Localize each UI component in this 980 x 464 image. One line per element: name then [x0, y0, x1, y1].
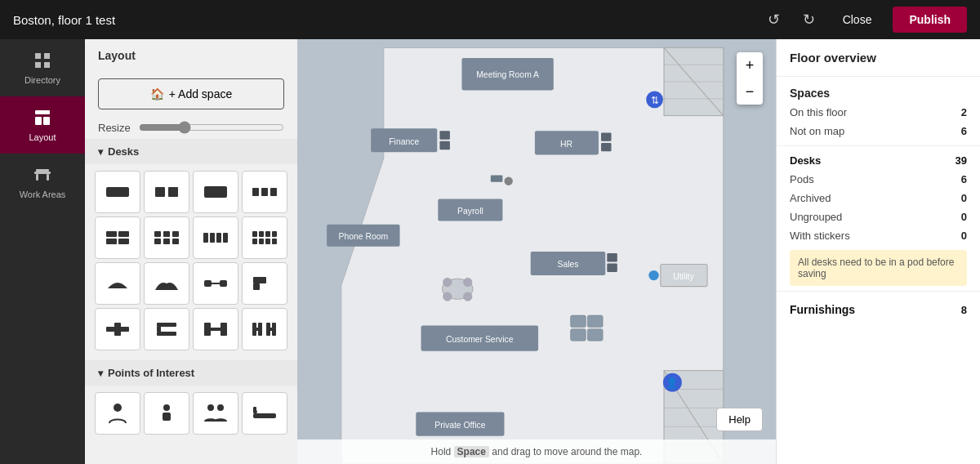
resize-label: Resize [98, 122, 131, 134]
ungrouped-val: 0 [961, 211, 967, 223]
desks-row: Desks 39 [777, 151, 980, 170]
desk-grid [85, 164, 297, 357]
svg-rect-56 [272, 323, 276, 336]
archived-label: Archived [790, 192, 831, 204]
desk-butterfly[interactable] [144, 262, 189, 305]
desk-double-gap[interactable] [144, 171, 189, 213]
desk-double-h[interactable] [242, 308, 287, 350]
svg-text:👤: 👤 [666, 377, 679, 390]
svg-rect-61 [163, 413, 171, 421]
ungrouped-label: Ungrouped [790, 211, 842, 223]
sidebar-item-layout[interactable]: Layout [0, 96, 85, 154]
svg-rect-12 [155, 187, 165, 197]
desk-back-to-back-4[interactable] [242, 216, 287, 259]
desk-three-gap[interactable] [242, 171, 287, 213]
svg-text:Private Office: Private Office [434, 421, 485, 430]
poi-bath[interactable] [242, 392, 287, 435]
add-space-button[interactable]: 🏠 + Add space [98, 78, 284, 109]
add-space-icon: 🏠 [150, 87, 164, 100]
desk-dumbbell[interactable] [193, 262, 238, 305]
desk-icon [33, 165, 52, 185]
svg-rect-13 [168, 187, 178, 197]
furnishings-label: Furnishings [790, 303, 855, 316]
pods-val: 6 [961, 173, 967, 185]
furnishings-val: 8 [961, 304, 967, 316]
svg-rect-44 [253, 283, 260, 290]
svg-rect-47 [157, 323, 176, 327]
resize-slider[interactable] [139, 121, 284, 134]
svg-rect-0 [35, 53, 41, 59]
svg-rect-96 [607, 253, 617, 261]
close-button[interactable]: Close [831, 8, 884, 31]
svg-rect-106 [587, 315, 603, 328]
svg-rect-30 [216, 233, 221, 243]
panel-title: Layout [85, 39, 297, 72]
sidebar-label-directory: Directory [24, 75, 60, 85]
svg-rect-33 [259, 231, 264, 237]
svg-rect-1 [44, 53, 50, 59]
svg-rect-40 [204, 280, 212, 287]
desk-cross[interactable] [95, 308, 140, 350]
desk-l-shape[interactable] [242, 262, 287, 305]
zoom-in-button[interactable]: + [737, 52, 763, 78]
map-container[interactable]: Meeting Room A Finance HR Payroll Phone … [297, 39, 776, 464]
points-of-interest-label: Points of Interest [108, 367, 194, 379]
svg-rect-85 [601, 132, 611, 141]
svg-rect-16 [261, 188, 268, 196]
svg-rect-39 [272, 239, 277, 244]
svg-rect-14 [204, 186, 227, 198]
poi-two-people[interactable] [193, 392, 238, 435]
desk-arc[interactable] [95, 262, 140, 305]
with-stickers-label: With stickers [790, 230, 850, 242]
desk-single[interactable] [95, 171, 140, 213]
help-button[interactable]: Help [716, 408, 763, 431]
svg-rect-8 [36, 174, 38, 181]
undo-button[interactable]: ↺ [761, 7, 786, 32]
hint-space: Space [454, 446, 489, 457]
on-this-floor-val: 2 [961, 106, 967, 118]
svg-rect-5 [35, 117, 42, 125]
desk-bracket[interactable] [144, 308, 189, 350]
svg-point-62 [207, 404, 214, 411]
sidebar-item-directory[interactable]: Directory [0, 39, 85, 96]
poi-person-alt[interactable] [144, 392, 189, 435]
svg-rect-4 [35, 110, 50, 114]
hint-suffix: and drag to move around the map. [489, 446, 642, 457]
svg-rect-25 [154, 239, 161, 244]
desk-2x2[interactable] [95, 216, 140, 259]
zoom-out-button[interactable]: − [737, 78, 763, 105]
redo-button[interactable]: ↻ [796, 7, 822, 32]
desks-section-header[interactable]: ▾ Desks [85, 139, 297, 164]
resize-row: Resize [85, 116, 297, 139]
svg-text:Customer Service: Customer Service [446, 335, 514, 344]
add-space-label: + Add space [169, 87, 232, 100]
svg-rect-18 [106, 231, 117, 237]
svg-text:Sales: Sales [557, 260, 578, 269]
publish-button[interactable]: Publish [893, 7, 967, 33]
svg-rect-11 [106, 187, 129, 197]
chevron-down-icon2: ▾ [98, 368, 103, 379]
svg-rect-35 [272, 231, 277, 237]
floor-map: Meeting Room A Finance HR Payroll Phone … [297, 39, 776, 464]
desk-row-4[interactable] [193, 216, 238, 259]
points-of-interest-header[interactable]: ▾ Points of Interest [85, 360, 297, 386]
desk-2x3[interactable] [144, 216, 189, 259]
desk-wide[interactable] [193, 171, 238, 213]
desks-label: Desks [108, 145, 139, 158]
poi-person[interactable] [95, 392, 140, 435]
sidebar-item-work-areas[interactable]: Work Areas [0, 154, 85, 211]
svg-rect-42 [212, 283, 220, 284]
svg-rect-26 [163, 239, 170, 244]
svg-rect-6 [43, 117, 50, 125]
svg-rect-107 [571, 329, 586, 341]
sidebar-label-work-areas: Work Areas [20, 190, 66, 199]
svg-rect-52 [211, 328, 220, 331]
svg-text:Finance: Finance [389, 137, 419, 146]
pods-label: Pods [790, 173, 814, 185]
sidebar-label-layout: Layout [29, 132, 56, 142]
desk-h-shape[interactable] [193, 308, 238, 350]
svg-rect-58 [270, 328, 272, 331]
svg-rect-31 [223, 233, 228, 243]
hint-prefix: Hold [431, 446, 454, 457]
svg-rect-7 [34, 172, 51, 174]
